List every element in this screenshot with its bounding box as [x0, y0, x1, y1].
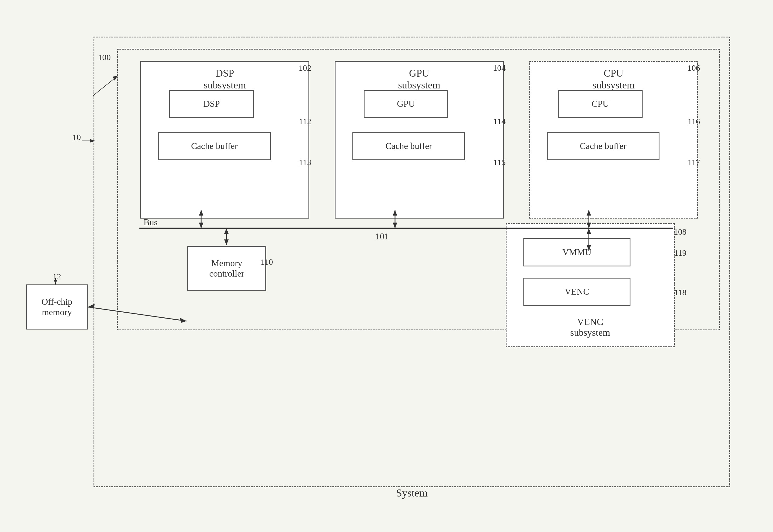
- venc-box: VENC: [523, 278, 630, 306]
- ref-108: 108: [674, 227, 687, 237]
- memory-controller-label: Memorycontroller: [209, 258, 244, 279]
- ref-117: 117: [688, 157, 700, 167]
- vmmu-box: VMMU: [523, 238, 630, 266]
- gpu-chip-label: GPU: [397, 99, 415, 109]
- dsp-cache-box: Cache buffer: [158, 132, 271, 160]
- gpu-subsystem-title: GPUsubsystem: [336, 62, 503, 94]
- cpu-cache-box: Cache buffer: [547, 132, 659, 160]
- venc-subsystem-box: VMMU VENC VENCsubsystem 108 119 118: [506, 223, 675, 347]
- cpu-cache-label: Cache buffer: [580, 141, 627, 151]
- system-label: System: [396, 487, 428, 499]
- diagram: Off-chipmemory 12 System 100 DSPsubsyste…: [20, 20, 753, 513]
- ref-112: 112: [299, 117, 311, 126]
- dsp-cache-label: Cache buffer: [191, 141, 238, 151]
- system-box: System 100 DSPsubsystem DSP Cache buffer…: [94, 37, 730, 487]
- ref-110: 110: [261, 257, 273, 267]
- ref-10-label: 10: [72, 132, 81, 142]
- gpu-chip-box: GPU: [364, 90, 448, 118]
- offchip-memory-label: Off-chipmemory: [41, 297, 72, 317]
- ref-114: 114: [493, 117, 506, 126]
- cpu-subsystem-title: CPUsubsystem: [530, 62, 697, 94]
- ref-116: 116: [688, 117, 700, 126]
- ref-102: 102: [299, 63, 311, 73]
- ref-12: 12: [53, 272, 61, 281]
- dsp-chip-box: DSP: [169, 90, 254, 118]
- venc-subsystem-title: VENCsubsystem: [507, 317, 674, 338]
- dsp-subsystem-box: DSPsubsystem DSP Cache buffer 102 112 11…: [140, 61, 309, 219]
- ref-106: 106: [687, 63, 700, 73]
- dsp-subsystem-title: DSPsubsystem: [141, 62, 308, 94]
- ref-118: 118: [674, 288, 687, 297]
- cpu-chip-box: CPU: [558, 90, 643, 118]
- memory-controller-box: Memorycontroller: [187, 246, 266, 291]
- dsp-chip-label: DSP: [203, 99, 220, 109]
- cpu-chip-label: CPU: [592, 99, 609, 109]
- gpu-subsystem-box: GPUsubsystem GPU Cache buffer 104 114 11…: [335, 61, 504, 219]
- venc-label: VENC: [565, 286, 589, 297]
- ref-115: 115: [493, 157, 506, 167]
- vmmu-label: VMMU: [562, 247, 591, 257]
- gpu-cache-box: Cache buffer: [352, 132, 465, 160]
- ref-104: 104: [493, 63, 506, 73]
- ref-113: 113: [299, 157, 311, 167]
- gpu-cache-label: Cache buffer: [385, 141, 432, 151]
- cpu-subsystem-box: CPUsubsystem CPU Cache buffer 106 116 11…: [529, 61, 698, 219]
- ref-119: 119: [674, 248, 687, 258]
- ref-100: 100: [98, 52, 111, 62]
- offchip-memory-box: Off-chipmemory: [26, 284, 88, 330]
